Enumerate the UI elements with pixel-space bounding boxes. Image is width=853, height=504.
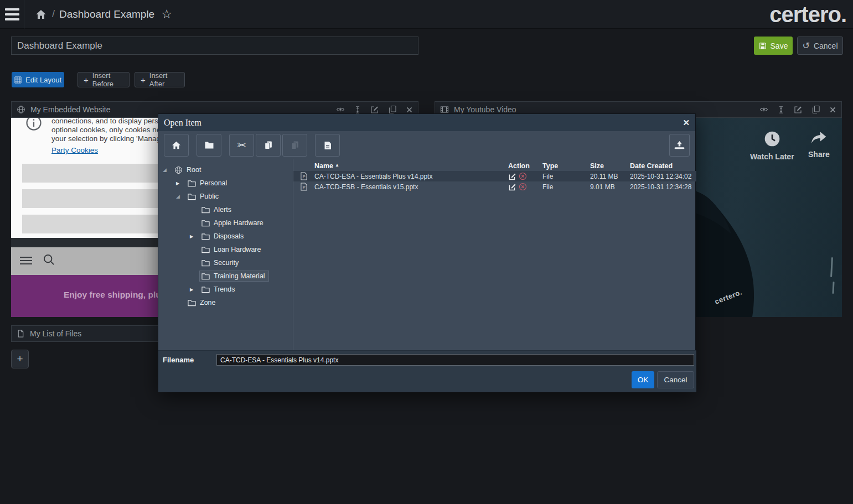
breadcrumb-title: Dashboard Example	[59, 8, 154, 20]
paste-icon	[290, 141, 299, 150]
tree-node-apple-hardware[interactable]: Apple Hardware	[158, 216, 293, 230]
edit-icon[interactable]	[794, 105, 803, 114]
insert-after-button[interactable]: + Insert After	[135, 72, 185, 87]
column-name[interactable]: Name▲	[314, 162, 508, 170]
plus-icon: +	[84, 75, 89, 85]
file-row[interactable]: PCA-TCD-ESA - Essentials Plus v14.pptxFi…	[293, 171, 696, 181]
tree-node-alerts[interactable]: Alerts	[158, 203, 293, 216]
panel-title: My Youtube Video	[454, 105, 516, 114]
copy-button[interactable]	[256, 134, 281, 157]
duplicate-icon[interactable]	[811, 105, 820, 114]
delete-file-icon[interactable]	[519, 183, 527, 191]
modal-footer: Filename OK Cancel	[158, 350, 696, 392]
breadcrumb-separator: /	[52, 8, 55, 20]
sort-ascending-icon: ▲	[335, 163, 339, 168]
tree-node-security[interactable]: Security	[158, 256, 293, 269]
modal-cancel-button[interactable]: Cancel	[657, 371, 694, 388]
scissors-icon: ✂	[237, 140, 246, 150]
edit-file-icon[interactable]	[508, 183, 517, 191]
column-date-created[interactable]: Date Created	[630, 162, 696, 170]
cookie-text: connections, and to display persooptiona…	[51, 118, 162, 143]
close-panel-icon[interactable]	[406, 106, 413, 113]
tree-toggle-icon[interactable]: ▶	[176, 181, 185, 186]
tree-toggle-icon[interactable]: ▶	[190, 287, 199, 292]
filename-input[interactable]	[216, 354, 694, 366]
edit-layout-button[interactable]: Edit Layout	[12, 72, 64, 87]
upload-button[interactable]	[669, 134, 690, 157]
resize-height-icon[interactable]	[777, 106, 785, 114]
modal-toolbar: ✂	[158, 131, 695, 159]
clock-icon	[763, 130, 781, 148]
home-icon[interactable]	[35, 9, 46, 20]
tree-node-training-material[interactable]: Training Material	[158, 269, 293, 283]
party-cookies-link[interactable]: Party Cookies	[51, 146, 98, 154]
app-root: / Dashboard Example ☆ certero. Save ↺ Ca…	[0, 0, 853, 504]
globe-icon	[17, 105, 25, 114]
file-row[interactable]: PCA-TCD-ESB - Essentials v15.pptxFile9.0…	[293, 181, 696, 192]
edit-icon[interactable]	[370, 105, 379, 114]
preview-eye-icon[interactable]	[759, 105, 768, 114]
modal-close-icon[interactable]: ✕	[683, 118, 690, 128]
upload-icon	[674, 141, 685, 150]
cut-button[interactable]: ✂	[229, 134, 254, 157]
folder-icon	[201, 233, 210, 240]
add-widget-button[interactable]: +	[11, 350, 29, 368]
home-folder-button[interactable]	[164, 134, 189, 157]
tree-node-root[interactable]: ◢Root	[158, 163, 293, 176]
column-size[interactable]: Size	[590, 162, 630, 170]
tree-toggle-icon[interactable]: ◢	[163, 167, 172, 173]
home-icon	[172, 141, 181, 150]
preview-eye-icon[interactable]	[336, 105, 345, 114]
edit-file-icon[interactable]	[508, 172, 517, 181]
folder-tree: ◢Root▶Personal◢PublicAlertsApple Hardwar…	[158, 159, 293, 350]
menu-hamburger-icon[interactable]	[0, 0, 24, 29]
column-action: Action	[508, 162, 542, 170]
folder-icon	[201, 273, 210, 280]
cancel-button[interactable]: ↺ Cancel	[797, 37, 843, 55]
folder-icon	[188, 193, 196, 200]
duplicate-icon[interactable]	[388, 105, 397, 114]
modal-header: Open Item ✕	[158, 114, 695, 131]
tree-toggle-icon[interactable]: ◢	[176, 194, 185, 199]
file-rows: PCA-TCD-ESA - Essentials Plus v14.pptxFi…	[293, 171, 696, 192]
folder-icon	[201, 246, 210, 253]
close-panel-icon[interactable]	[829, 106, 836, 113]
delete-file-icon[interactable]	[519, 172, 527, 180]
ok-button[interactable]: OK	[632, 371, 654, 388]
tree-node-loan-hardware[interactable]: Loan Hardware	[158, 243, 293, 256]
file-icon	[17, 329, 25, 338]
new-file-button[interactable]	[315, 134, 340, 157]
save-icon	[759, 42, 767, 50]
folder-icon	[188, 299, 196, 306]
folder-icon	[201, 220, 210, 227]
tree-node-trends[interactable]: ▶Trends	[158, 283, 293, 296]
panel-title: My Embedded Website	[30, 105, 110, 114]
info-icon	[25, 118, 42, 131]
tree-node-personal[interactable]: ▶Personal	[158, 176, 293, 190]
tree-node-disposals[interactable]: ▶Disposals	[158, 230, 293, 243]
watch-later-button[interactable]: Watch Later	[750, 130, 794, 161]
svg-text:P: P	[303, 174, 306, 179]
site-menu-icon[interactable]	[20, 257, 32, 264]
tree-node-zone[interactable]: Zone	[158, 296, 293, 309]
share-button[interactable]: Share	[808, 130, 830, 159]
dashboard-title-input[interactable]	[11, 37, 418, 55]
insert-before-button[interactable]: + Insert Before	[77, 72, 130, 87]
tree-node-public[interactable]: ◢Public	[158, 190, 293, 203]
grid-icon	[14, 76, 22, 84]
file-table-header: Name▲ Action Type Size Date Created	[293, 159, 696, 171]
new-folder-button[interactable]	[197, 134, 221, 157]
globe-icon	[174, 166, 183, 174]
paste-button[interactable]	[282, 134, 307, 157]
resize-height-icon[interactable]	[354, 106, 361, 114]
save-button[interactable]: Save	[754, 37, 793, 55]
tree-toggle-icon[interactable]: ▶	[190, 234, 199, 239]
document-icon	[324, 141, 332, 150]
site-search-icon[interactable]	[42, 252, 56, 267]
favorite-star-icon[interactable]: ☆	[161, 7, 172, 22]
column-type[interactable]: Type	[542, 162, 590, 170]
folder-icon	[188, 180, 196, 187]
undo-icon: ↺	[803, 41, 810, 50]
folder-icon	[201, 259, 210, 267]
svg-text:P: P	[303, 185, 306, 190]
